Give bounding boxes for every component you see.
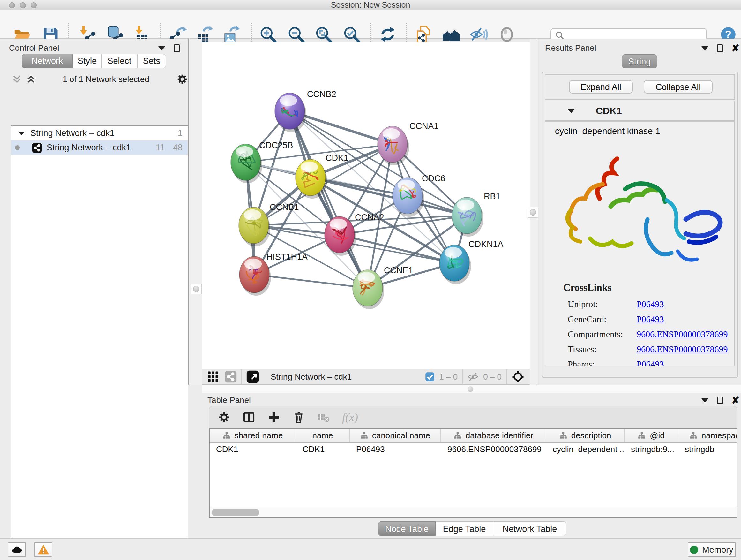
table-toolbar: f(x)	[209, 406, 737, 428]
show-columns-icon[interactable]	[243, 411, 255, 424]
show-graphics-button[interactable]	[497, 25, 516, 44]
delete-table-icon-disabled	[317, 411, 330, 424]
network-edge[interactable]	[254, 274, 367, 288]
right-splitter-collapse-button[interactable]	[528, 207, 538, 218]
column-header-canonical-name[interactable]: canonical name	[350, 429, 441, 442]
network-node-ccne1[interactable]: CCNE1	[353, 266, 413, 309]
tab-sets[interactable]: Sets	[137, 54, 166, 68]
home-button[interactable]	[442, 25, 461, 44]
node-table: shared name name canonical name database…	[209, 428, 737, 518]
node-label: CCNA2	[355, 212, 384, 222]
window-title: Session: New Session	[0, 0, 741, 10]
network-canvas[interactable]: CCNB2CCNA1CDC25BCDK1CDC6RB1CCNB1CCNA2CDK…	[202, 42, 530, 369]
network-tree: String Network – cdk1 1 String Network –…	[10, 125, 188, 560]
network-node-hist1h1a[interactable]: HIST1H1A	[239, 252, 308, 296]
column-header-name[interactable]: name	[296, 429, 350, 442]
crosslinks-list: Uniprot: P06493 GeneCard: P06493 Compart…	[568, 297, 734, 366]
title-bar: Session: New Session	[0, 0, 741, 10]
network-type-share-icon	[32, 143, 42, 153]
network-options-gear-icon[interactable]	[176, 73, 188, 85]
control-panel-maximize-icon[interactable]	[174, 44, 180, 52]
tab-network-table[interactable]: Network Table	[493, 521, 566, 536]
results-panel-close-icon[interactable]: ✘	[731, 45, 739, 51]
eye-ball-icon	[498, 26, 515, 43]
tab-select[interactable]: Select	[102, 54, 137, 68]
network-node-cdk1[interactable]: CDK1	[295, 153, 348, 199]
apply-layout-button[interactable]	[378, 25, 397, 44]
table-row[interactable]: CDK1 CDK1 P06493 9606.ENSP00000378699 cy…	[210, 442, 737, 456]
network-node-cdkn1a[interactable]: CDKN1A	[440, 240, 503, 284]
table-options-gear-icon[interactable]	[218, 411, 230, 424]
tab-node-table[interactable]: Node Table	[378, 521, 435, 536]
duplicate-network-button[interactable]	[414, 25, 433, 44]
collapse-all-button[interactable]: Collapse All	[644, 80, 713, 94]
column-header-id[interactable]: @id	[624, 429, 678, 442]
tab-string[interactable]: String	[622, 54, 657, 68]
network-node-rb1[interactable]: RB1	[452, 192, 501, 237]
crosshair-icon[interactable]	[511, 370, 525, 383]
network-column-icon	[689, 431, 697, 440]
cdk1-section-collapse-icon[interactable]	[568, 109, 575, 113]
cell-id: stringdb:9...	[624, 442, 678, 456]
results-panel-float-icon[interactable]	[701, 46, 709, 51]
export-image-icon	[222, 25, 240, 44]
network-node-cdc6[interactable]: CDC6	[393, 174, 446, 217]
column-header-database-identifier[interactable]: database identifier	[441, 429, 546, 442]
birdseye-grid-icon[interactable]	[207, 371, 219, 382]
zoom-out-button[interactable]	[286, 25, 306, 44]
network-selection-status: 1 of 1 Network selected	[36, 74, 176, 84]
tab-network[interactable]: Network	[22, 54, 73, 68]
splitter-dot-icon[interactable]	[468, 386, 473, 392]
left-splitter[interactable]	[188, 39, 202, 385]
crosslink-pharos-link[interactable]: P06493	[636, 359, 664, 367]
hidden-node-edge-counts: 0 – 0	[483, 372, 502, 382]
splitter-dot-icon	[530, 209, 536, 215]
left-splitter-collapse-button[interactable]	[191, 284, 202, 294]
table-horizontal-scrollbar[interactable]	[210, 507, 737, 517]
column-header-description[interactable]: description	[546, 429, 624, 442]
column-header-namespace[interactable]: namespace	[678, 429, 737, 442]
column-header-shared-name[interactable]: shared name	[210, 429, 296, 442]
network-column-icon	[454, 431, 462, 440]
collapse-all-networks-icon[interactable]	[26, 74, 36, 84]
hide-unhide-button[interactable]	[469, 25, 488, 44]
network-collection-row[interactable]: String Network – cdk1 1	[11, 126, 188, 140]
node-label: CCNE1	[384, 266, 413, 275]
crosslink-tissues-link[interactable]: 9606.ENSP00000378699	[636, 344, 728, 354]
network-node-cdc25b[interactable]: CDC25B	[231, 140, 293, 183]
results-panel-maximize-icon[interactable]	[717, 44, 723, 52]
network-row-selected[interactable]: String Network – cdk1 11 48	[11, 140, 188, 155]
export-image-button[interactable]	[221, 25, 241, 44]
zoom-selected-button[interactable]	[342, 25, 361, 44]
expand-all-networks-icon[interactable]	[12, 74, 22, 84]
warnings-button[interactable]	[35, 543, 52, 557]
status-separator	[506, 369, 507, 384]
table-panel-maximize-icon[interactable]	[717, 396, 723, 404]
zoom-fit-button[interactable]	[314, 25, 333, 44]
network-share-toggle-icon[interactable]	[225, 371, 237, 383]
crosslink-uniprot-link[interactable]: P06493	[636, 299, 664, 309]
zoom-fit-icon	[315, 25, 333, 44]
network-node-ccnb1[interactable]: CCNB1	[239, 202, 299, 246]
scrollbar-thumb[interactable]	[212, 509, 259, 516]
selected-checkbox-icon[interactable]	[425, 372, 434, 381]
memory-button[interactable]: Memory	[688, 543, 736, 557]
tab-style[interactable]: Style	[73, 54, 102, 68]
open-in-window-icon[interactable]	[246, 370, 259, 383]
table-panel-float-icon[interactable]	[701, 398, 709, 402]
collection-expand-icon[interactable]	[18, 132, 24, 135]
add-column-icon[interactable]	[267, 411, 280, 424]
node-label: RB1	[484, 192, 501, 201]
tab-edge-table[interactable]: Edge Table	[435, 521, 493, 536]
crosslink-genecard-link[interactable]: P06493	[636, 314, 664, 324]
horizontal-splitter[interactable]	[202, 385, 741, 393]
cloud-button[interactable]	[8, 543, 25, 557]
table-panel-close-icon[interactable]: ✘	[731, 397, 739, 403]
crosslink-label: Compartments:	[568, 329, 636, 339]
control-panel-float-icon[interactable]	[158, 46, 165, 51]
crosslink-compartments-link[interactable]: 9606.ENSP00000378699	[636, 329, 728, 339]
expand-all-button[interactable]: Expand All	[569, 80, 633, 94]
delete-column-icon[interactable]	[292, 411, 305, 424]
zoom-in-button[interactable]	[259, 25, 278, 44]
string-network-graph[interactable]: CCNB2CCNA1CDC25BCDK1CDC6RB1CCNB1CCNA2CDK…	[202, 42, 530, 369]
